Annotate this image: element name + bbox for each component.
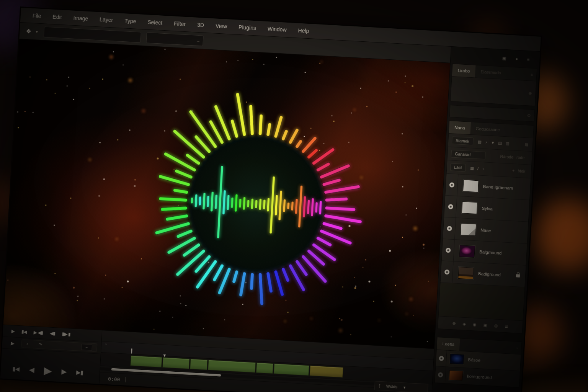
lock-move-icon[interactable]: +: [482, 167, 485, 171]
timeline-clip-segment[interactable]: [190, 359, 207, 370]
photo-frame: FileEditImageLayerTypeSelectFilter3DView…: [0, 0, 588, 392]
opacity-dropdown[interactable]: Ganarad: [451, 150, 486, 159]
keyframe-marker: ○: [105, 342, 107, 346]
adjustment-icon[interactable]: ◉: [473, 322, 477, 327]
menu-file[interactable]: File: [26, 12, 47, 20]
timeline-clip-segment[interactable]: [274, 363, 309, 376]
step-back-icon[interactable]: ◀▮: [50, 331, 56, 336]
tab-lirabo[interactable]: Lirabo: [452, 64, 476, 77]
chevron-down-icon[interactable]: ▾: [403, 385, 406, 389]
blend-rows-icon[interactable]: ▤: [498, 140, 502, 145]
corner-arrow-icon[interactable]: ⌐: [81, 344, 92, 351]
layer-row[interactable]: Badlground: [441, 261, 526, 287]
back-icon[interactable]: ‹: [26, 341, 28, 346]
layer-visibility-cell: [444, 196, 457, 218]
link-icon[interactable]: ⊕: [452, 321, 456, 326]
timeline-clip-segment[interactable]: [309, 366, 343, 378]
fill-label: btek: [518, 168, 525, 173]
menu-select[interactable]: Select: [142, 19, 168, 26]
options-icon[interactable]: ≡: [527, 57, 530, 62]
collapse-icon[interactable]: ⊙: [527, 113, 531, 118]
timeline-clip-segment[interactable]: [256, 363, 273, 374]
editor-column: ❖ ▾ → ◔ ▶▮◀: [0, 23, 451, 392]
leens-layer-list: BésoéIloregground: [435, 350, 521, 387]
menu-filter[interactable]: Filter: [168, 20, 192, 28]
layer-visibility-cell: [441, 261, 454, 283]
options-field-2[interactable]: →: [146, 32, 204, 46]
undo-icon[interactable]: ↷: [39, 342, 43, 348]
add-icon[interactable]: ⊕: [528, 91, 532, 96]
eye-icon[interactable]: [444, 269, 449, 274]
prev-frame-icon[interactable]: ◀: [29, 366, 34, 374]
eye-icon[interactable]: [447, 225, 452, 231]
eye-icon[interactable]: [446, 247, 451, 253]
layers-panel: Nana Gequosaane Stamek ▦◔▼▤▥ ▩ Ganarad R…: [438, 121, 534, 334]
new-layer-icon[interactable]: ◎: [494, 323, 498, 328]
tab-nana[interactable]: Nana: [449, 121, 470, 134]
eye-icon[interactable]: [448, 204, 453, 209]
chevron-down-icon[interactable]: ▾: [36, 29, 38, 34]
go-start-icon[interactable]: ▮◀: [12, 365, 20, 372]
menu-type[interactable]: Type: [119, 17, 142, 24]
menu-window[interactable]: Window: [261, 25, 292, 33]
lock-transparent-icon[interactable]: ▦: [470, 166, 474, 171]
go-end-icon[interactable]: ▶▮: [76, 369, 83, 376]
eye-icon[interactable]: [439, 356, 444, 361]
menu-plugins[interactable]: Plugins: [233, 24, 262, 31]
timeline-clip-segment[interactable]: [162, 357, 190, 369]
panel-arrow-icon[interactable]: ›: [516, 346, 518, 350]
layer-thumbnail[interactable]: [458, 266, 474, 279]
tool-preset-icon[interactable]: ❖: [26, 27, 31, 35]
pause-step-icon[interactable]: ▮◀: [21, 329, 27, 335]
layer-thumbnail[interactable]: [463, 180, 479, 192]
fx-icon[interactable]: ◈: [462, 321, 466, 326]
layer-thumbnail[interactable]: [461, 223, 477, 236]
timeline-clip-segment[interactable]: [208, 360, 256, 373]
lock-paint-icon[interactable]: /: [477, 166, 479, 171]
opacity-unit: rode: [516, 155, 525, 160]
tab-leens[interactable]: Leens: [437, 337, 460, 351]
options-field-1[interactable]: [44, 26, 141, 42]
layer-thumbnail[interactable]: [459, 245, 475, 257]
bokeh-light: [532, 199, 588, 272]
menu-image[interactable]: Image: [67, 15, 94, 22]
lock-dropdown[interactable]: Láct: [450, 163, 466, 172]
blend-partial-icon[interactable]: ◔: [485, 140, 487, 144]
blend-mode-dropdown[interactable]: Stamek: [452, 136, 474, 145]
menu-layer[interactable]: Layer: [94, 16, 119, 24]
next-frame-icon[interactable]: ▶: [61, 367, 67, 376]
layer-thumbnail[interactable]: [449, 370, 463, 381]
laptop-screen: FileEditImageLayerTypeSelectFilter3DView…: [0, 8, 541, 392]
in-point-marker[interactable]: [131, 348, 132, 353]
playhead-icon[interactable]: ▼: [162, 353, 167, 358]
plus-icon[interactable]: +: [512, 168, 515, 173]
layer-thumbnail[interactable]: [462, 201, 478, 214]
play-icon[interactable]: ▶: [11, 328, 15, 334]
menu-edit[interactable]: Edit: [47, 13, 68, 21]
eye-icon[interactable]: [438, 372, 443, 377]
menu-3d[interactable]: 3D: [191, 21, 210, 29]
blend-down-icon[interactable]: ▼: [491, 140, 495, 145]
delete-icon[interactable]: ≣: [505, 323, 508, 328]
menu-view[interactable]: View: [210, 23, 233, 30]
blend-cols-icon[interactable]: ▥: [505, 141, 510, 146]
eye-icon[interactable]: [449, 182, 454, 188]
layer-name: Nase: [480, 228, 491, 233]
canvas[interactable]: ◔: [3, 39, 450, 349]
submit-arrow-icon[interactable]: →: [196, 38, 201, 43]
play-icon[interactable]: ▶: [44, 364, 52, 377]
status-circle-icon: ◔: [425, 339, 428, 344]
blend-grid-icon[interactable]: ▦: [478, 139, 482, 144]
panel-spacer: ⊙: [449, 105, 535, 122]
menu-help[interactable]: Help: [292, 27, 315, 34]
timeline-clip-segment[interactable]: [130, 355, 162, 368]
circle-icon[interactable]: ●: [515, 56, 518, 61]
workspace-icon[interactable]: ▣: [502, 56, 506, 61]
play-icon[interactable]: ▶: [11, 340, 15, 346]
panel-menu-icon[interactable]: ≡: [531, 72, 533, 77]
layer-thumbnail[interactable]: [450, 354, 464, 364]
photo-editor-app: FileEditImageLayerTypeSelectFilter3DView…: [0, 8, 541, 392]
step-forward-icon[interactable]: ▮▶ ▮: [62, 331, 71, 337]
mask-icon[interactable]: ▣: [483, 322, 487, 328]
play-back-icon[interactable]: ▶ ◀▮: [33, 330, 43, 335]
